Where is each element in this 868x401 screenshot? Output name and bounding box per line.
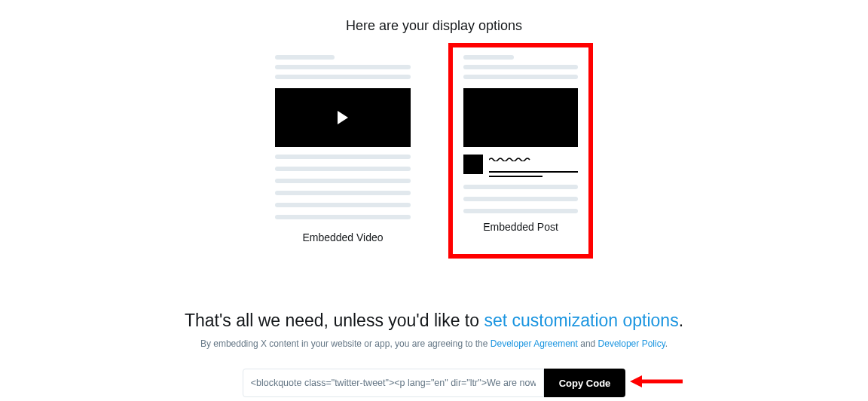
placeholder-bar (463, 197, 578, 201)
placeholder-bar (275, 75, 411, 79)
avatar-placeholder (463, 155, 483, 174)
placeholder-bar (463, 209, 578, 213)
footer-main-text: That's all we need, unless you'd like to… (0, 311, 868, 331)
footer-sub-mid: and (578, 338, 598, 349)
wavy-line-icon (489, 157, 530, 161)
embed-code-input[interactable] (243, 369, 544, 397)
placeholder-bar (463, 55, 514, 60)
option-post-label: Embedded Post (463, 221, 578, 233)
display-options-row: Embedded Video Embedded Post (0, 55, 868, 259)
copy-code-button[interactable]: Copy Code (544, 369, 626, 397)
placeholder-bar (275, 191, 411, 195)
placeholder-bar (275, 215, 411, 219)
footer-section: That's all we need, unless you'd like to… (0, 311, 868, 397)
developer-agreement-link[interactable]: Developer Agreement (491, 338, 578, 349)
placeholder-bar (275, 65, 411, 69)
placeholder-bar (275, 55, 335, 60)
display-options-heading: Here are your display options (0, 18, 868, 34)
placeholder-bar (463, 75, 578, 79)
placeholder-bar (275, 167, 411, 171)
option-embedded-post[interactable]: Embedded Post (448, 43, 593, 259)
post-author-block (463, 155, 578, 177)
footer-sub-prefix: By embedding X content in your website o… (200, 338, 491, 349)
play-icon (338, 111, 348, 124)
video-placeholder (275, 88, 411, 147)
placeholder-bar (463, 65, 578, 69)
developer-policy-link[interactable]: Developer Policy (598, 338, 665, 349)
placeholder-bar (275, 179, 411, 183)
embed-code-row: Copy Code (0, 369, 868, 397)
option-embedded-video[interactable]: Embedded Video (275, 55, 411, 259)
media-placeholder (463, 88, 578, 147)
placeholder-bar (275, 155, 411, 159)
footer-sub-suffix: . (665, 338, 668, 349)
customization-options-link[interactable]: set customization options (484, 311, 678, 330)
arrow-annotation (630, 374, 683, 392)
footer-main-suffix: . (679, 311, 683, 330)
placeholder-bar (275, 203, 411, 207)
footer-sub-text: By embedding X content in your website o… (0, 338, 868, 349)
svg-marker-1 (630, 375, 642, 387)
text-line (489, 171, 578, 173)
placeholder-bar (463, 185, 578, 189)
footer-main-prefix: That's all we need, unless you'd like to (185, 311, 484, 330)
option-video-label: Embedded Video (275, 231, 411, 243)
arrow-left-icon (630, 374, 683, 389)
post-text-placeholder (489, 155, 578, 177)
text-line (489, 176, 542, 177)
